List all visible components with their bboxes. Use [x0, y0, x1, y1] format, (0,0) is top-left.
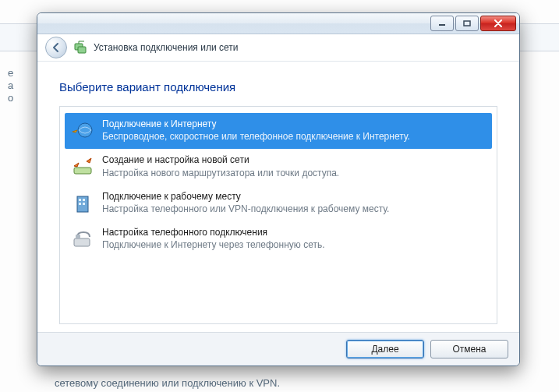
- option-desc: Настройка телефонного или VPN-подключени…: [102, 203, 389, 215]
- svg-rect-10: [83, 203, 85, 205]
- svg-rect-7: [79, 199, 81, 201]
- next-button[interactable]: Далее: [346, 340, 424, 358]
- bg-text: е: [8, 67, 13, 79]
- close-button[interactable]: [480, 16, 516, 31]
- option-desc: Беспроводное, скоростное или телефонное …: [102, 130, 410, 143]
- svg-rect-1: [464, 21, 470, 26]
- svg-rect-9: [79, 203, 81, 205]
- bg-text: сетевому соединению или подключению к VP…: [55, 377, 280, 389]
- titlebar: [37, 13, 519, 34]
- option-desc: Подключение к Интернету через телефонную…: [102, 238, 325, 251]
- option-new-network[interactable]: Создание и настройка новой сети Настройк…: [65, 149, 492, 185]
- wizard-icon: [73, 41, 87, 55]
- bg-text: о: [8, 92, 13, 104]
- options-list: Подключение к Интернету Беспроводное, ск…: [59, 106, 497, 324]
- building-icon: [71, 192, 94, 215]
- back-button[interactable]: [45, 37, 67, 58]
- option-internet[interactable]: Подключение к Интернету Беспроводное, ск…: [65, 113, 492, 149]
- wizard-dialog: Установка подключения или сети Выберите …: [37, 12, 520, 366]
- svg-rect-3: [78, 47, 86, 53]
- phone-modem-icon: [71, 228, 94, 251]
- option-title: Настройка телефонного подключения: [102, 226, 325, 238]
- cancel-button-label: Отмена: [452, 344, 486, 355]
- cancel-button[interactable]: Отмена: [430, 340, 508, 358]
- header-title: Установка подключения или сети: [94, 42, 238, 53]
- svg-rect-11: [74, 238, 90, 246]
- next-button-label: Далее: [371, 344, 398, 355]
- svg-rect-5: [74, 168, 91, 174]
- router-icon: [71, 155, 94, 178]
- svg-rect-8: [83, 199, 85, 201]
- svg-rect-12: [76, 235, 80, 238]
- option-dialup[interactable]: Настройка телефонного подключения Подклю…: [65, 221, 492, 257]
- header-bar: Установка подключения или сети: [37, 34, 519, 62]
- maximize-button[interactable]: [455, 16, 479, 31]
- option-title: Создание и настройка новой сети: [102, 154, 339, 166]
- option-desc: Настройка нового маршрутизатора или точк…: [102, 167, 339, 179]
- minimize-button[interactable]: [430, 16, 454, 31]
- svg-point-4: [78, 123, 92, 137]
- option-title: Подключение к рабочему месту: [102, 190, 389, 203]
- bg-text: а: [8, 79, 13, 91]
- globe-icon: [71, 119, 94, 143]
- option-title: Подключение к Интернету: [102, 118, 410, 130]
- dialog-body: Выберите вариант подключения Подключение…: [37, 62, 519, 332]
- option-workplace[interactable]: Подключение к рабочему месту Настройка т…: [65, 185, 492, 221]
- instruction-text: Выберите вариант подключения: [59, 80, 497, 94]
- dialog-footer: Далее Отмена: [37, 332, 519, 366]
